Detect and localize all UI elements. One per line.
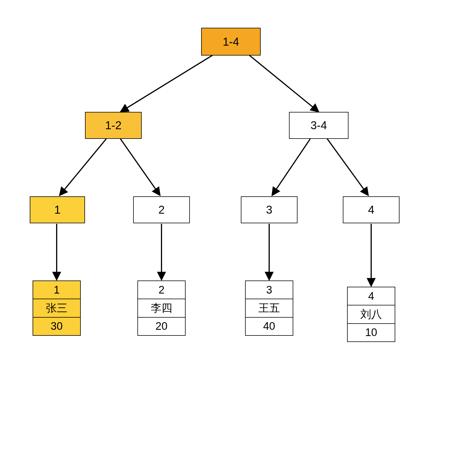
node-label: 1-4	[223, 35, 239, 48]
tree-node-1-2: 1-2	[85, 112, 142, 139]
node-label: 1-2	[105, 119, 122, 132]
record-name: 李四	[138, 299, 185, 317]
record-id: 1	[33, 281, 80, 299]
record-id: 2	[138, 281, 185, 299]
record-1: 1 张三 30	[33, 280, 81, 336]
tree-diagram: 1-4 1-2 3-4 1 2 3 4 1 张三 30 2 李四 20 3 王五…	[0, 0, 476, 476]
tree-node-root: 1-4	[201, 28, 261, 56]
record-name: 张三	[33, 299, 80, 317]
tree-leaf-1: 1	[30, 196, 85, 223]
node-label: 1	[54, 203, 60, 216]
tree-leaf-4: 4	[343, 196, 400, 223]
svg-line-0	[120, 55, 212, 112]
record-id: 4	[348, 287, 395, 305]
record-name: 王五	[246, 299, 293, 317]
svg-line-4	[272, 139, 310, 196]
record-2: 2 李四 20	[137, 280, 186, 336]
record-value: 10	[348, 324, 395, 341]
tree-node-3-4: 3-4	[289, 112, 348, 139]
node-label: 3-4	[311, 119, 327, 132]
node-label: 3	[266, 203, 272, 216]
svg-line-3	[120, 139, 160, 196]
svg-line-5	[327, 139, 368, 196]
record-3: 3 王五 40	[245, 280, 293, 336]
svg-line-1	[249, 55, 319, 112]
tree-leaf-3: 3	[241, 196, 298, 223]
node-label: 2	[158, 203, 165, 216]
node-label: 4	[368, 203, 374, 216]
record-value: 30	[33, 318, 80, 335]
tree-leaf-2: 2	[133, 196, 190, 223]
record-id: 3	[246, 281, 293, 299]
record-name: 刘八	[348, 305, 395, 324]
svg-line-2	[60, 139, 106, 196]
tree-edges	[0, 0, 476, 476]
record-value: 40	[246, 318, 293, 335]
record-value: 20	[138, 318, 185, 335]
record-4: 4 刘八 10	[347, 287, 395, 342]
